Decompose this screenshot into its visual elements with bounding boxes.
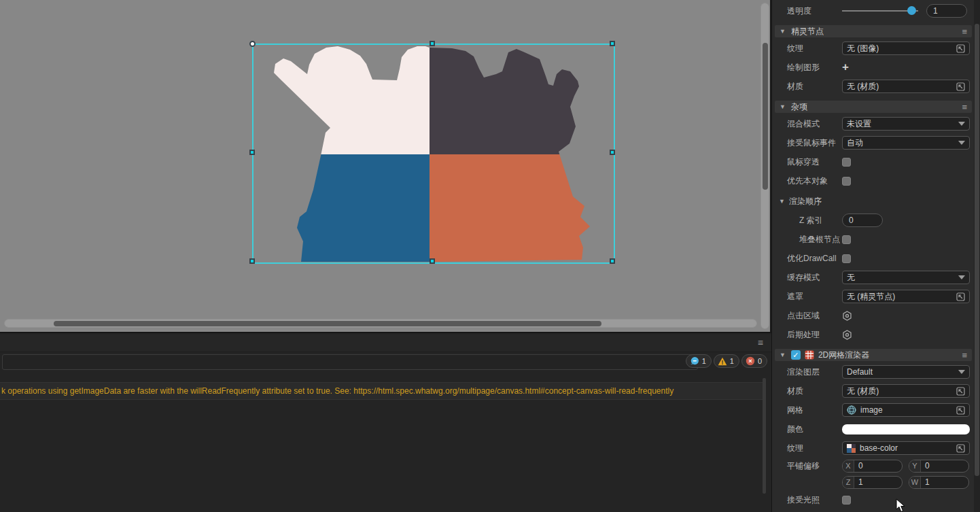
scene-vertical-scrollbar[interactable]: [760, 3, 769, 329]
mesh-field[interactable]: image: [842, 403, 970, 417]
z-index-input[interactable]: 0: [842, 214, 883, 227]
mouse-through-row: 鼠标穿透: [772, 152, 980, 171]
color-swatch[interactable]: [842, 424, 970, 434]
asset-picker-icon[interactable]: [956, 44, 965, 53]
mesh-label: 网格: [787, 405, 842, 416]
inspector-scrollbar-thumb[interactable]: [975, 24, 979, 476]
blend-mode-value: 未设置: [847, 118, 871, 130]
blend-mode-dropdown[interactable]: 未设置: [842, 117, 970, 131]
mesh-row: 网格 image: [772, 400, 980, 420]
asset-picker-icon[interactable]: [956, 406, 965, 415]
render-order-title: 渲染顺序: [789, 196, 822, 207]
asset-picker-icon[interactable]: [956, 387, 965, 396]
opacity-input[interactable]: 1: [926, 4, 967, 18]
inspector-scrollbar[interactable]: [974, 0, 980, 512]
console-filter-input[interactable]: [2, 354, 698, 370]
material2-field[interactable]: 无 (材质): [842, 384, 970, 398]
color-label: 颜色: [787, 424, 842, 435]
scene-view[interactable]: [0, 0, 771, 333]
hit-area-row: 点击区域: [772, 306, 980, 325]
add-shape-button[interactable]: +: [842, 63, 849, 72]
post-process-settings-icon[interactable]: [842, 330, 852, 340]
misc-section-header[interactable]: ▼ 杂项 ≡: [775, 101, 972, 113]
opacity-slider-knob[interactable]: [907, 6, 916, 15]
resize-handle-top-right[interactable]: [610, 41, 615, 46]
cache-mode-label: 缓存模式: [787, 272, 842, 284]
collapse-triangle-icon[interactable]: ▼: [780, 103, 786, 110]
tiling-x-input[interactable]: X 0: [842, 460, 903, 473]
asset-picker-icon[interactable]: [956, 292, 965, 301]
hit-area-settings-icon[interactable]: [842, 311, 852, 321]
stack-root-checkbox[interactable]: [842, 235, 851, 244]
console-error-filter-button[interactable]: × 0: [741, 354, 767, 368]
scene-horizontal-scrollbar[interactable]: [4, 319, 757, 328]
info-bubble-icon: [690, 356, 699, 366]
collapse-triangle-icon[interactable]: ▼: [780, 352, 786, 358]
material-row: 材质 无 (材质): [772, 77, 980, 96]
asset-picker-icon[interactable]: [956, 82, 965, 91]
resize-handle-bottom-right[interactable]: [610, 258, 615, 264]
mesh-renderer-section-header[interactable]: ▼ ✓ 2D网格渲染器 ≡: [775, 349, 972, 361]
render-layer-dropdown[interactable]: Default: [842, 365, 970, 379]
collapse-triangle-icon[interactable]: ▼: [780, 28, 786, 35]
section-menu-icon[interactable]: ≡: [962, 350, 967, 360]
render-layer-label: 渲染图层: [787, 366, 842, 378]
color-row: 颜色: [772, 420, 980, 439]
resize-handle-left[interactable]: [249, 150, 255, 155]
sprite-node-section-header[interactable]: ▼ 精灵节点 ≡: [775, 25, 972, 37]
opacity-slider[interactable]: [842, 4, 918, 18]
inspector-panel: 透明度 1 ▼ 精灵节点 ≡ 纹理 无 (图像) 绘制图形 + 材质 无 (材质…: [771, 0, 980, 512]
tiling-y-input[interactable]: Y 0: [909, 460, 969, 473]
mesh-value: image: [860, 405, 956, 415]
texture2-value: base-color: [860, 443, 956, 453]
mesh-renderer-component-icon: [805, 350, 814, 360]
mouse-through-checkbox[interactable]: [842, 158, 851, 167]
texture2-label: 纹理: [787, 443, 842, 454]
anchor-point-handle[interactable]: [249, 41, 256, 47]
lighting-row: 接受光照: [772, 490, 980, 509]
mesh-renderer-section-title: 2D网格渲染器: [818, 349, 869, 361]
tiling-z-input[interactable]: Z 1: [842, 476, 903, 489]
blend-mode-label: 混合模式: [787, 118, 842, 130]
resize-handle-right[interactable]: [610, 150, 615, 155]
console-info-filter-button[interactable]: 1: [686, 354, 712, 368]
material-field[interactable]: 无 (材质): [842, 80, 970, 93]
selected-sprite[interactable]: [255, 46, 614, 262]
info-count: 1: [702, 357, 706, 365]
render-order-subheader[interactable]: ▼ 渲染顺序: [772, 196, 980, 207]
texture2-field[interactable]: base-color: [842, 441, 970, 455]
resize-handle-bottom-left[interactable]: [249, 258, 255, 264]
mask-field[interactable]: 无 (精灵节点): [842, 290, 970, 303]
scene-vertical-scrollbar-thumb[interactable]: [763, 43, 768, 190]
post-process-row: 后期处理: [772, 325, 980, 344]
scene-horizontal-scrollbar-thumb[interactable]: [54, 321, 601, 326]
optimize-drawcall-checkbox[interactable]: [842, 254, 851, 263]
post-process-label: 后期处理: [787, 329, 842, 341]
lighting-checkbox[interactable]: [842, 496, 851, 505]
section-menu-icon[interactable]: ≡: [962, 102, 967, 112]
chevron-down-icon: [958, 141, 965, 145]
priority-self-label: 优先本对象: [787, 175, 842, 187]
mesh-renderer-enabled-checkbox[interactable]: ✓: [791, 350, 801, 360]
section-menu-icon[interactable]: ≡: [962, 27, 967, 37]
warning-count: 1: [730, 357, 734, 365]
cache-mode-dropdown[interactable]: 无: [842, 271, 970, 284]
resize-handle-bottom[interactable]: [430, 258, 435, 264]
mouse-event-dropdown[interactable]: 自动: [842, 136, 970, 150]
console-scrollbar-thumb[interactable]: [763, 378, 766, 494]
console-warning-text: k operations using getImageData are fast…: [1, 386, 673, 396]
console-header: ≡: [0, 335, 771, 352]
priority-self-row: 优先本对象: [772, 171, 980, 190]
console-warning-filter-button[interactable]: ! 1: [714, 354, 739, 368]
axis-x-label: X: [843, 460, 854, 472]
tiling-w-input[interactable]: W 1: [909, 476, 969, 489]
console-warning-entry[interactable]: k operations using getImageData are fast…: [0, 382, 766, 400]
mask-label: 遮罩: [787, 291, 842, 303]
priority-self-checkbox[interactable]: [842, 177, 851, 186]
resize-handle-top[interactable]: [430, 41, 435, 46]
collapse-triangle-icon[interactable]: ▼: [779, 198, 785, 205]
console-menu-icon[interactable]: ≡: [758, 337, 763, 348]
texture-thumbnail: [847, 444, 856, 453]
asset-picker-icon[interactable]: [956, 444, 965, 453]
texture-field[interactable]: 无 (图像): [842, 41, 970, 55]
